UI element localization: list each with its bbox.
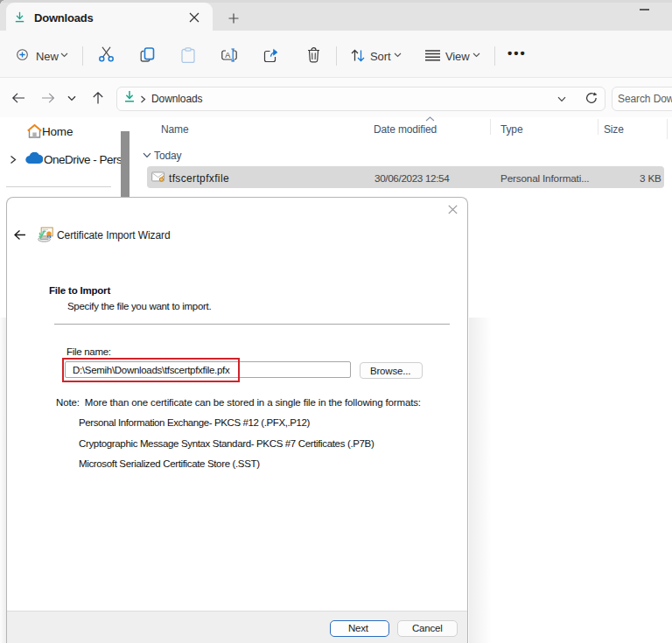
svg-text:A: A: [225, 51, 230, 59]
